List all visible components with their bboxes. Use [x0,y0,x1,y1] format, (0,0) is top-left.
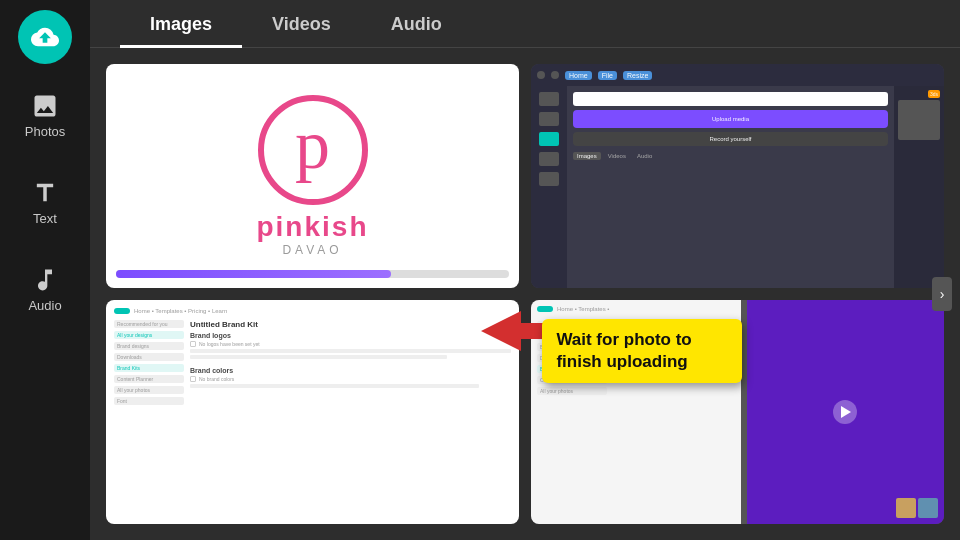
brand-check-text-2: No brand colors [199,376,234,382]
brand-color-line [190,384,479,388]
upload-cloud-icon [31,23,59,51]
text-icon [31,179,59,207]
brand-main: Untitled Brand Kit Brand logos No logos … [190,320,511,405]
canva-record-btn: Record yourself [573,132,888,146]
sidebar-audio-label: Audio [28,298,61,313]
purple-photo-thumbs [896,498,938,518]
tab-videos[interactable]: Videos [242,14,361,47]
brand-description-line-2 [190,355,447,359]
upload-progress-bar [116,270,509,278]
brand-kit-card[interactable]: Home • Templates • Pricing • Learn Recom… [106,300,519,524]
pinkish-location: DAVAO [282,243,342,257]
canva-sub-tab-videos: Videos [604,152,630,160]
brand-check-row-2: No brand colors [190,376,511,382]
upload-tooltip: Wait for photo to finish uploading [542,319,742,383]
canva-nav-tag: Home [565,71,592,80]
play-triangle-icon [841,406,851,418]
brand-sidebar-item-3: Brand designs [114,342,184,350]
brand-kit-title: Untitled Brand Kit [190,320,511,329]
purple-topbar: Home • Templates • [537,306,735,312]
canva-ui-card[interactable]: Home File Resize Upload media [531,64,944,288]
canva-sub-tabs: Images Videos Audio [573,152,888,160]
brand-checkbox-2 [190,376,196,382]
brand-sidebar-item-2: All your designs [114,331,184,339]
brand-sidebar-item-1: Recommended for you [114,320,184,328]
chevron-right-button[interactable]: › [932,277,952,311]
tab-bar: Images Videos Audio [90,0,960,48]
purple-right-panel [747,300,945,524]
canva-mini-preview [898,100,940,140]
main-content: Images Videos Audio p pinkish DAVAO [90,0,960,540]
p-sidebar-7: All your photos [537,387,607,395]
canva-center-panel: Upload media Record yourself Images Vide… [567,86,894,288]
canva-left-panel [531,86,567,288]
tab-images[interactable]: Images [120,14,242,47]
canva-panel-icon-3 [539,132,559,146]
brand-topbar: Home • Templates • Pricing • Learn [114,308,511,314]
canva-mini-badge: 3ds [928,90,940,98]
progress-fill [116,270,391,278]
sidebar-item-audio[interactable]: Audio [0,258,90,321]
canva-search-bar [573,92,888,106]
brand-check-text-1: No logos have been set yet [199,341,260,347]
canva-panel-icon-4 [539,152,559,166]
image-icon [31,92,59,120]
brand-sidebar-item-4: Downloads [114,353,184,361]
brand-logos-subtitle: Brand logos [190,332,511,339]
sidebar-text-label: Text [33,211,57,226]
pinkish-p-letter: p [295,110,330,180]
tab-audio[interactable]: Audio [361,14,472,47]
brand-logo-dot [114,308,130,314]
pinkish-card[interactable]: p pinkish DAVAO [106,64,519,288]
sidebar-item-text[interactable]: Text [0,171,90,234]
sidebar-photos-label: Photos [25,124,65,139]
brand-checkbox-1 [190,341,196,347]
canva-panel-icon-5 [539,172,559,186]
canva-right-panel: 3ds [894,86,944,288]
upload-button[interactable] [18,10,72,64]
tooltip-text: Wait for photo to finish uploading [556,329,728,373]
audio-icon [31,266,59,294]
canva-nav-tag2: File [598,71,617,80]
pinkish-logo-circle: p [258,95,368,205]
brand-topbar-nav: Home • Templates • Pricing • Learn [134,308,227,314]
canva-sub-tab-audio: Audio [633,152,656,160]
canva-panel-icon-1 [539,92,559,106]
brand-layout: Recommended for you All your designs Bra… [114,320,511,405]
brand-sidebar-item-8: Font [114,397,184,405]
brand-colors-subtitle: Brand colors [190,367,511,374]
brand-sidebar-item-7: All your photos [114,386,184,394]
pinkish-brand-name: pinkish [256,211,368,243]
purple-thumb-2 [918,498,938,518]
canva-nav-tag3: Resize [623,71,652,80]
canva-topbar: Home File Resize [531,64,944,86]
canva-upload-media-btn: Upload media [573,110,888,128]
canva-nav-dot-2 [551,71,559,79]
brand-description-line [190,349,511,353]
sidebar-item-photos[interactable]: Photos [0,84,90,147]
canva-sub-tab-images: Images [573,152,601,160]
brand-sidebar-item-6: Content Planner [114,375,184,383]
purple-thumb-1 [896,498,916,518]
canva-body: Upload media Record yourself Images Vide… [531,86,944,288]
brand-sidebar: Recommended for you All your designs Bra… [114,320,184,405]
canva-panel-icon-2 [539,112,559,126]
purple-play-button[interactable] [833,400,857,424]
sidebar: Photos Text Audio [0,0,90,540]
brand-sidebar-item-5: Brand Kits [114,364,184,372]
media-grid: p pinkish DAVAO Home File Resize [90,48,960,540]
canva-nav-dot [537,71,545,79]
brand-check-row-1: No logos have been set yet [190,341,511,347]
